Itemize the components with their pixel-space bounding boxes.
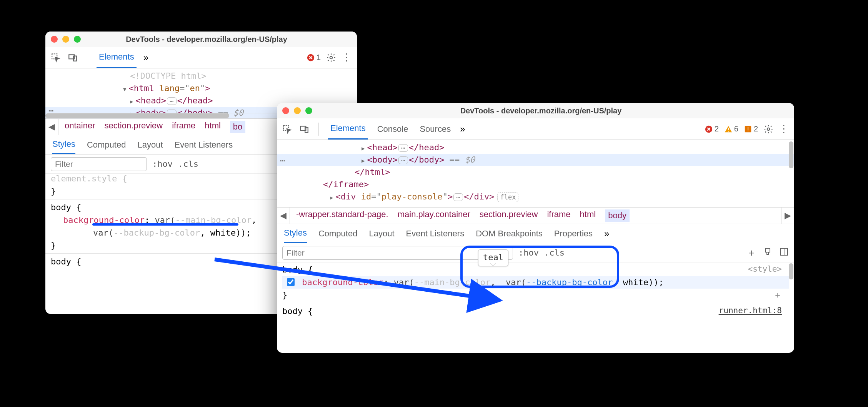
ellipsis-icon[interactable]: ⋯ (167, 97, 177, 105)
subtab-computed[interactable]: Computed (87, 135, 126, 154)
subtab-event-listeners[interactable]: Event Listeners (406, 224, 465, 243)
styles-brush-icon[interactable] (763, 247, 773, 259)
css-fn: var( (93, 228, 113, 238)
subtab-layout[interactable]: Layout (369, 224, 394, 243)
inspect-icon[interactable] (282, 124, 292, 134)
dom-row-selected[interactable]: <body>⋯</body> == $0 (277, 154, 794, 166)
styles-filter-row: :hov .cls ＋ (277, 243, 794, 262)
add-declaration-button[interactable]: ＋ (773, 289, 782, 301)
style-selector[interactable]: body { (51, 203, 81, 212)
crumb-scroll-left[interactable]: ◀ (277, 208, 290, 224)
new-style-rule-button[interactable]: ＋ (746, 246, 756, 259)
styles-pane[interactable]: body { <style> background-color: var(--m… (277, 262, 794, 330)
titlebar: DevTools - developer.mozilla.org/en-US/p… (45, 32, 357, 47)
window-close-button[interactable] (51, 36, 58, 43)
window-close-button[interactable] (282, 107, 289, 114)
settings-icon[interactable] (326, 53, 336, 63)
svg-rect-13 (748, 127, 748, 130)
devtools-window-right: DevTools - developer.mozilla.org/en-US/p… (277, 103, 794, 353)
tab-elements[interactable]: Elements (97, 47, 137, 68)
subtab-styles[interactable]: Styles (52, 135, 75, 154)
subtab-layout[interactable]: Layout (137, 135, 163, 154)
style-source-link[interactable]: runner.html:8 (719, 305, 782, 317)
flex-badge[interactable]: flex (497, 192, 518, 203)
error-badge[interactable]: 2 (705, 125, 719, 133)
style-selector[interactable]: body { (51, 257, 81, 266)
ellipsis-icon[interactable]: ⋯ (398, 144, 408, 152)
window-title: DevTools - developer.mozilla.org/en-US/p… (62, 35, 352, 44)
tab-sources[interactable]: Sources (417, 118, 453, 140)
svg-rect-11 (728, 131, 729, 131)
ellipsis-icon[interactable]: ⋯ (398, 156, 408, 164)
crumb-scroll-right[interactable]: ▶ (781, 208, 794, 224)
issues-badge[interactable]: 2 (744, 125, 758, 133)
elements-tree[interactable]: <head>⋯</head> <body>⋯</body> == $0 </ht… (277, 140, 794, 207)
settings-icon[interactable] (763, 124, 773, 134)
computed-panel-toggle-icon[interactable] (780, 247, 789, 259)
subtab-computed[interactable]: Computed (318, 224, 358, 243)
dom-row[interactable]: <head>⋯</head> (277, 141, 794, 154)
issues-count: 2 (754, 125, 758, 133)
style-selector[interactable]: body { (282, 306, 313, 316)
crumb-item[interactable]: -wrapper.standard-page. (296, 209, 388, 222)
subtab-event-listeners[interactable]: Event Listeners (175, 135, 233, 154)
css-prop-toggle[interactable] (287, 278, 295, 286)
dom-row[interactable]: </html> (277, 166, 794, 178)
ellipsis-icon[interactable]: ⋯ (453, 193, 463, 201)
crumb-item[interactable]: iframe (547, 209, 570, 222)
style-selector[interactable]: body { (282, 265, 313, 274)
more-subtabs-button[interactable]: » (604, 228, 609, 239)
kebab-menu-icon[interactable]: ⋮ (779, 123, 789, 135)
cls-toggle[interactable]: .cls (178, 159, 198, 169)
crumb-item[interactable]: ontainer (65, 121, 95, 133)
subtab-styles[interactable]: Styles (284, 224, 307, 243)
css-var-link[interactable]: --backup-bg-color (526, 277, 613, 287)
css-var-unresolved: --backup-bg-color (113, 228, 200, 238)
inspect-icon[interactable] (51, 53, 61, 63)
crumb-item-selected[interactable]: body (605, 209, 630, 222)
dom-row[interactable]: <html lang="en"> (45, 82, 357, 95)
crumb-item[interactable]: iframe (172, 121, 195, 133)
device-toolbar-icon[interactable] (299, 124, 309, 134)
cls-toggle[interactable]: .cls (544, 248, 565, 257)
more-tabs-button[interactable]: » (460, 124, 465, 135)
error-count: 1 (317, 53, 321, 62)
toolbar-divider (318, 123, 319, 136)
dom-row[interactable]: <!DOCTYPE html> (45, 70, 357, 82)
more-tabs-button[interactable]: » (143, 52, 148, 63)
hover-toggle[interactable]: :hov (518, 248, 539, 257)
crumb-item[interactable]: section.preview (105, 121, 163, 133)
crumb-item[interactable]: html (205, 121, 221, 133)
crumb-item[interactable]: main.play.container (398, 209, 470, 222)
tab-elements[interactable]: Elements (328, 118, 368, 140)
crumb-item-selected[interactable]: bo (230, 121, 245, 133)
svg-point-4 (330, 56, 333, 59)
devtools-toolbar: Elements » 1 ⋮ (45, 47, 357, 68)
styles-filter-input[interactable] (51, 157, 147, 171)
css-property-name: background-color (302, 277, 383, 287)
style-declaration[interactable]: background-color: var(--main-bg-color, v… (282, 276, 789, 289)
crumb-item[interactable]: html (580, 209, 596, 222)
crumb-scroll-left[interactable]: ◀ (45, 119, 58, 135)
svg-rect-16 (765, 248, 770, 252)
dom-row[interactable]: <div id="play-console">⋯</div>flex (277, 191, 794, 203)
styles-scrollbar[interactable] (789, 263, 793, 279)
warning-count: 6 (734, 125, 738, 133)
device-toolbar-icon[interactable] (68, 53, 78, 63)
annotation-underline (92, 223, 238, 226)
svg-rect-10 (728, 128, 729, 130)
tab-console[interactable]: Console (375, 118, 411, 140)
dom-row[interactable]: </iframe> (277, 178, 794, 191)
kebab-menu-icon[interactable]: ⋮ (342, 51, 352, 63)
elements-scrollbar[interactable] (789, 141, 793, 168)
hover-toggle[interactable]: :hov (152, 159, 173, 169)
toolbar-divider (87, 51, 87, 64)
subtab-dom-breakpoints[interactable]: DOM Breakpoints (476, 224, 543, 243)
warning-badge[interactable]: 6 (724, 125, 738, 133)
css-close: )); (648, 277, 664, 287)
breadcrumb: ◀ -wrapper.standard-page. main.play.cont… (277, 207, 794, 224)
error-badge[interactable]: 1 (307, 53, 321, 62)
crumb-item[interactable]: section.preview (480, 209, 538, 222)
subtab-properties[interactable]: Properties (554, 224, 593, 243)
style-source-label: <style> (748, 263, 782, 276)
